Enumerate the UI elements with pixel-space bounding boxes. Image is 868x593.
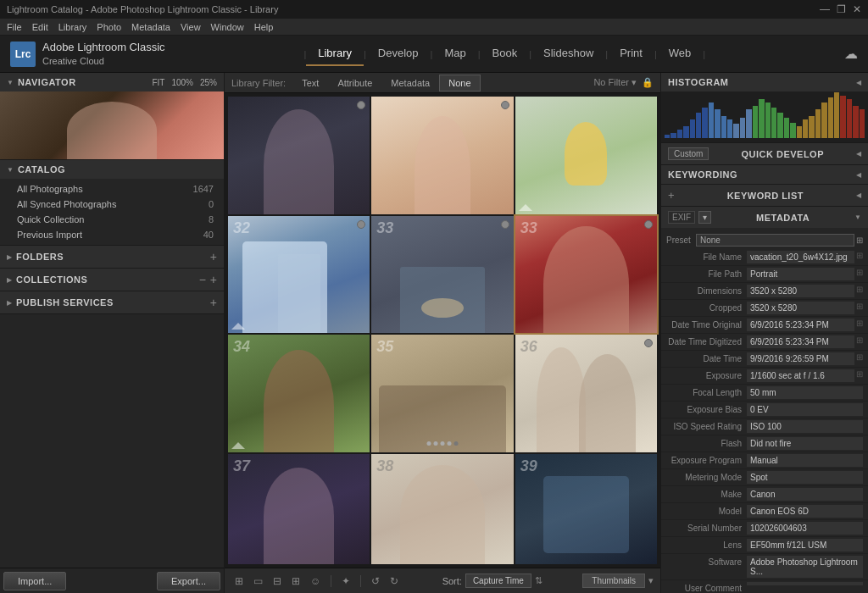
catalog-all-photos[interactable]: All Photographs 1647 [0, 181, 224, 197]
tab-web[interactable]: Web [657, 42, 704, 66]
metadata-value[interactable]: 6/9/2016 5:23:34 PM [747, 335, 854, 348]
metadata-preset-icon[interactable]: ⊞ [856, 236, 863, 245]
metadata-value[interactable]: Manual [747, 454, 863, 467]
metadata-value[interactable]: 6/9/2016 5:23:34 PM [747, 319, 854, 331]
cloud-sync-icon[interactable]: ☁ [844, 46, 858, 62]
sort-direction-icon[interactable]: ⇅ [535, 575, 542, 586]
tab-develop[interactable]: Develop [366, 42, 431, 66]
navigator-header[interactable]: ▼ Navigator FIT 100% 25% [0, 73, 224, 91]
quick-develop-header[interactable]: Custom Quick Develop ◀ [661, 143, 868, 164]
tab-library[interactable]: Library [306, 42, 364, 66]
photo-grid[interactable]: 32 33 33 [225, 93, 660, 568]
metadata-value[interactable]: vacation_t20_6w4X12.jpg [747, 251, 854, 263]
quick-develop-preset-select[interactable]: Custom [668, 147, 709, 160]
metadata-value[interactable]: 102026004603 [747, 522, 863, 535]
tab-print[interactable]: Print [608, 42, 654, 66]
menu-help[interactable]: Help [254, 22, 274, 32]
maximize-button[interactable]: ❐ [837, 3, 846, 15]
filter-preset-label[interactable]: No Filter ▾ [593, 77, 637, 88]
folders-add-button[interactable]: + [210, 250, 217, 263]
loupe-view-button[interactable]: ▭ [250, 574, 266, 589]
metadata-value[interactable]: Portrait [747, 268, 854, 280]
menu-metadata[interactable]: Metadata [131, 22, 170, 32]
menu-photo[interactable]: Photo [97, 22, 121, 32]
metadata-value[interactable]: 50 mm [747, 386, 863, 399]
metadata-value[interactable]: 1/1600 sec at f / 1.6 [747, 369, 854, 382]
histogram-header[interactable]: Histogram ◀ [661, 73, 868, 91]
spray-tool[interactable]: ✦ [338, 574, 353, 589]
zoom-25[interactable]: 25% [200, 78, 217, 87]
menu-library[interactable]: Library [58, 22, 87, 32]
menu-edit[interactable]: Edit [32, 22, 48, 32]
metadata-preset-select[interactable]: None [696, 234, 854, 247]
keyword-add-icon[interactable]: + [668, 189, 675, 202]
rotate-ccw-button[interactable]: ↺ [368, 574, 383, 589]
metadata-value[interactable]: ISO 100 [747, 420, 863, 433]
import-button[interactable]: Import... [3, 572, 66, 590]
view-dropdown-icon[interactable]: ▾ [648, 575, 654, 586]
collections-add-button[interactable]: + [210, 273, 217, 286]
survey-view-button[interactable]: ⊞ [288, 574, 303, 589]
close-button[interactable]: ✕ [853, 3, 861, 15]
metadata-copy-icon[interactable]: ⊞ [856, 352, 863, 362]
metadata-value[interactable]: Did not fire [747, 437, 863, 450]
metadata-copy-icon[interactable]: ⊞ [856, 285, 863, 294]
metadata-value[interactable]: 0 EV [747, 403, 863, 416]
window-controls[interactable]: — ❐ ✕ [820, 3, 861, 15]
publish-services-add-button[interactable]: + [210, 296, 217, 309]
metadata-copy-icon[interactable]: ⊞ [856, 319, 863, 328]
metadata-copy-icon[interactable]: ⊞ [856, 268, 863, 277]
keyword-list-header[interactable]: + Keyword List ◀ [661, 185, 868, 206]
grid-cell-1[interactable] [228, 97, 370, 214]
grid-cell-10[interactable]: 37 [228, 454, 370, 564]
grid-cell-8[interactable]: 35 [371, 335, 513, 452]
grid-cell-2[interactable] [371, 97, 513, 214]
filter-lock-icon[interactable]: 🔒 [642, 77, 654, 88]
keywording-header[interactable]: Keywording ◀ [661, 165, 868, 184]
catalog-header[interactable]: ▼ Catalog [0, 160, 224, 179]
menu-window[interactable]: Window [211, 22, 244, 32]
filter-tab-attribute[interactable]: Attribute [328, 75, 381, 91]
metadata-value[interactable]: Canon EOS 6D [747, 505, 863, 518]
metadata-value[interactable]: 9/9/2016 9:26:59 PM [747, 352, 854, 365]
grid-cell-5[interactable]: 33 [371, 216, 513, 334]
grid-view-button[interactable]: ⊞ [231, 574, 247, 589]
people-view-button[interactable]: ☺ [307, 574, 324, 589]
minimize-button[interactable]: — [820, 3, 830, 15]
grid-cell-3[interactable] [515, 97, 657, 214]
metadata-copy-icon[interactable]: ⊞ [856, 302, 863, 311]
thumbnails-button[interactable]: Thumbnails [582, 574, 645, 588]
metadata-copy-icon[interactable]: ⊞ [856, 369, 863, 379]
tab-slideshow[interactable]: Slideshow [531, 42, 605, 66]
grid-cell-9[interactable]: 36 [515, 335, 657, 452]
zoom-fit[interactable]: FIT [152, 78, 164, 87]
zoom-100[interactable]: 100% [171, 78, 193, 87]
collections-minus-button[interactable]: − [199, 273, 206, 286]
metadata-value[interactable]: Adobe Photoshop Lightroom S... [747, 556, 863, 578]
metadata-value[interactable]: 3520 x 5280 [747, 302, 854, 314]
metadata-copy-icon[interactable]: ⊞ [856, 251, 863, 260]
tab-map[interactable]: Map [432, 42, 477, 66]
catalog-synced[interactable]: All Synced Photographs 0 [0, 197, 224, 212]
menu-file[interactable]: File [7, 22, 22, 32]
compare-view-button[interactable]: ⊟ [270, 574, 285, 589]
metadata-copy-icon[interactable]: ⊞ [856, 335, 863, 345]
grid-cell-11[interactable]: 38 [371, 454, 513, 564]
metadata-value[interactable] [747, 582, 863, 585]
folders-header[interactable]: ▶ Folders + [0, 246, 224, 268]
publish-services-header[interactable]: ▶ Publish Services + [0, 291, 224, 313]
collections-header[interactable]: ▶ Collections − + [0, 269, 224, 291]
grid-cell-4[interactable]: 32 [228, 216, 370, 334]
grid-cell-12[interactable]: 39 [515, 454, 657, 564]
grid-cell-7[interactable]: 34 [228, 335, 370, 452]
metadata-value[interactable]: Canon [747, 488, 863, 501]
catalog-quick-collection[interactable]: Quick Collection 8 [0, 212, 224, 227]
metadata-value[interactable]: 3520 x 5280 [747, 285, 854, 297]
menu-view[interactable]: View [181, 22, 201, 32]
metadata-header[interactable]: EXIF ▾ Metadata ▼ [661, 207, 868, 228]
filter-tab-metadata[interactable]: Metadata [381, 75, 439, 91]
sort-dropdown[interactable]: Capture Time [465, 574, 531, 588]
grid-cell-6[interactable]: 33 [515, 216, 657, 334]
filter-tab-none[interactable]: None [439, 75, 480, 91]
filter-tab-text[interactable]: Text [292, 75, 328, 91]
